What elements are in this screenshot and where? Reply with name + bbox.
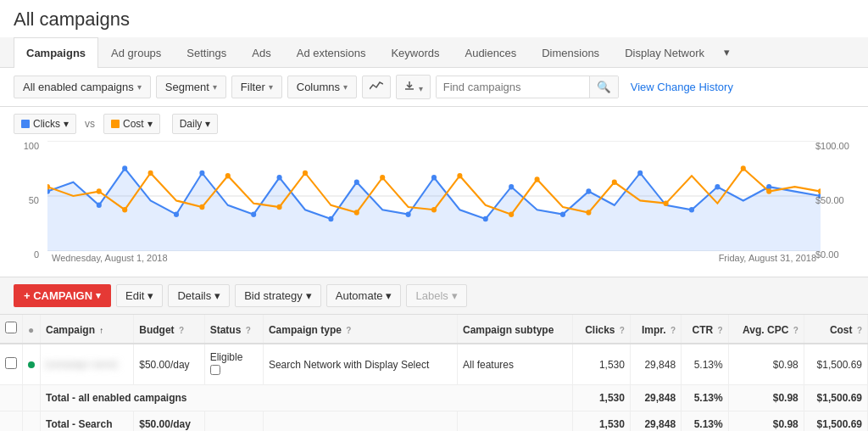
tab-ads[interactable]: Ads <box>239 37 283 68</box>
chart-icon-btn[interactable] <box>362 76 391 98</box>
header-ctr: CTR ? <box>682 315 729 344</box>
tabs-bar: Campaigns Ad groups Settings Ads Ad exte… <box>0 37 868 68</box>
chart-svg <box>47 141 821 251</box>
tab-more[interactable]: ▾ <box>717 37 737 67</box>
header-status-col: ● <box>23 315 41 344</box>
row-checkbox[interactable] <box>5 357 17 369</box>
download-dropdown[interactable]: ▾ <box>396 75 431 99</box>
metric1-btn[interactable]: Clicks ▾ <box>14 114 76 134</box>
svg-point-20 <box>689 207 694 213</box>
total-search-label-cell: Total - Search <box>41 411 134 432</box>
chevron-down-icon: ▾ <box>386 289 392 302</box>
chart-area: 100 50 0 $100.00 $50.00 $0.00 Wednesday,… <box>0 141 868 277</box>
svg-point-15 <box>483 216 488 222</box>
svg-point-17 <box>560 211 565 217</box>
chart-left-labels: 100 50 0 <box>14 141 39 260</box>
metric2-btn[interactable]: Cost ▾ <box>103 114 160 134</box>
chevron-down-icon: ▾ <box>269 82 273 92</box>
total-search-row: Total - Search $50.00/day 1,530 29,848 5… <box>0 411 868 432</box>
help-icon[interactable]: ? <box>857 326 862 335</box>
total-ctr-cell: 5.13% <box>682 385 729 411</box>
svg-point-9 <box>251 211 256 217</box>
tab-adextensions[interactable]: Ad extensions <box>284 37 379 68</box>
bid-strategy-button[interactable]: Bid strategy ▾ <box>235 284 321 307</box>
total-avg-cpc-cell: $0.98 <box>728 385 804 411</box>
search-button[interactable]: 🔍 <box>589 76 618 98</box>
svg-point-27 <box>148 171 153 176</box>
search-input[interactable] <box>437 76 589 98</box>
chevron-down-icon: ▾ <box>147 118 153 130</box>
automate-button[interactable]: Automate ▾ <box>326 284 402 307</box>
svg-point-31 <box>303 171 308 176</box>
chevron-down-icon: ▾ <box>205 118 210 130</box>
tab-dimensions[interactable]: Dimensions <box>529 37 612 68</box>
svg-point-10 <box>277 175 282 181</box>
period-btn[interactable]: Daily ▾ <box>172 114 219 134</box>
help-icon[interactable]: ? <box>246 326 251 335</box>
columns-dropdown[interactable]: Columns ▾ <box>287 76 357 98</box>
help-icon[interactable]: ? <box>670 326 676 335</box>
svg-point-35 <box>457 173 462 179</box>
total-impr-cell: 29,848 <box>630 385 681 411</box>
svg-point-26 <box>122 207 127 213</box>
total-search-avg-cpc-cell: $0.98 <box>728 411 804 432</box>
row-cost-cell: $1,500.69 <box>804 344 867 385</box>
svg-point-19 <box>637 171 643 176</box>
table-header-row: ● Campaign ↑ Budget ? Status ? Campaign … <box>0 315 868 344</box>
svg-point-41 <box>741 165 746 171</box>
help-icon[interactable]: ? <box>793 326 798 335</box>
table-actions: + CAMPAIGN ▾ Edit ▾ Details ▾ Bid strate… <box>0 277 868 315</box>
table-row: [campaign name] $50.00/day Eligible Sear… <box>0 344 868 385</box>
svg-point-42 <box>766 188 771 194</box>
header-avg-cpc: Avg. CPC ? <box>728 315 804 344</box>
svg-point-5 <box>97 203 102 209</box>
help-icon[interactable]: ? <box>179 326 184 335</box>
row-status-text-cell: Eligible <box>204 344 263 385</box>
sort-icon: ↑ <box>99 326 103 335</box>
orange-dot <box>111 120 120 128</box>
row-campaign-name-cell: [campaign name] <box>41 344 134 385</box>
main-toolbar: All enabled campaigns ▾ Segment ▾ Filter… <box>0 68 868 107</box>
campaign-name-link[interactable]: [campaign name] <box>46 359 117 369</box>
svg-point-33 <box>380 175 385 181</box>
page-title: All campaigns <box>0 0 868 37</box>
chevron-down-icon: ▾ <box>343 82 348 92</box>
tab-settings[interactable]: Settings <box>174 37 239 68</box>
status-badge: Eligible <box>210 351 243 363</box>
total-search-clicks-cell: 1,530 <box>573 411 631 432</box>
all-campaigns-dropdown[interactable]: All enabled campaigns ▾ <box>14 76 151 98</box>
svg-point-25 <box>97 188 102 194</box>
filter-dropdown[interactable]: Filter ▾ <box>231 76 282 98</box>
view-history-link[interactable]: View Change History <box>631 81 733 93</box>
total-search-ctr-cell: 5.13% <box>682 411 729 432</box>
help-icon[interactable]: ? <box>718 326 723 335</box>
svg-point-29 <box>225 173 231 179</box>
total-search-budget-cell: $50.00/day <box>134 411 204 432</box>
header-campaign[interactable]: Campaign ↑ <box>41 315 134 344</box>
svg-point-40 <box>664 200 669 206</box>
segment-dropdown[interactable]: Segment ▾ <box>156 76 226 98</box>
select-all-checkbox[interactable] <box>5 322 17 333</box>
tab-campaigns[interactable]: Campaigns <box>14 37 98 68</box>
help-icon[interactable]: ? <box>620 326 625 335</box>
header-status: Status ? <box>204 315 263 344</box>
labels-button[interactable]: Labels ▾ <box>406 284 466 307</box>
tab-adgroups[interactable]: Ad groups <box>98 37 174 68</box>
total-search-impr-cell: 29,848 <box>630 411 681 432</box>
edit-button[interactable]: Edit ▾ <box>116 284 163 307</box>
tab-keywords[interactable]: Keywords <box>378 37 452 68</box>
header-campaign-subtype: Campaign subtype <box>458 315 573 344</box>
help-icon[interactable]: ? <box>346 326 351 335</box>
add-campaign-button[interactable]: + CAMPAIGN ▾ <box>14 284 111 307</box>
chart-date-start: Wednesday, August 1, 2018 <box>52 253 168 263</box>
tab-displaynetwork[interactable]: Display Network <box>612 37 717 68</box>
svg-point-28 <box>199 204 204 210</box>
svg-point-38 <box>586 210 591 216</box>
details-button[interactable]: Details ▾ <box>168 284 230 307</box>
svg-point-12 <box>354 180 359 186</box>
svg-point-39 <box>612 180 617 186</box>
tab-audiences[interactable]: Audiences <box>452 37 529 68</box>
chart-right-labels: $100.00 $50.00 $0.00 <box>812 141 854 260</box>
vs-label: vs <box>81 118 98 130</box>
status-checkbox[interactable] <box>210 365 220 375</box>
